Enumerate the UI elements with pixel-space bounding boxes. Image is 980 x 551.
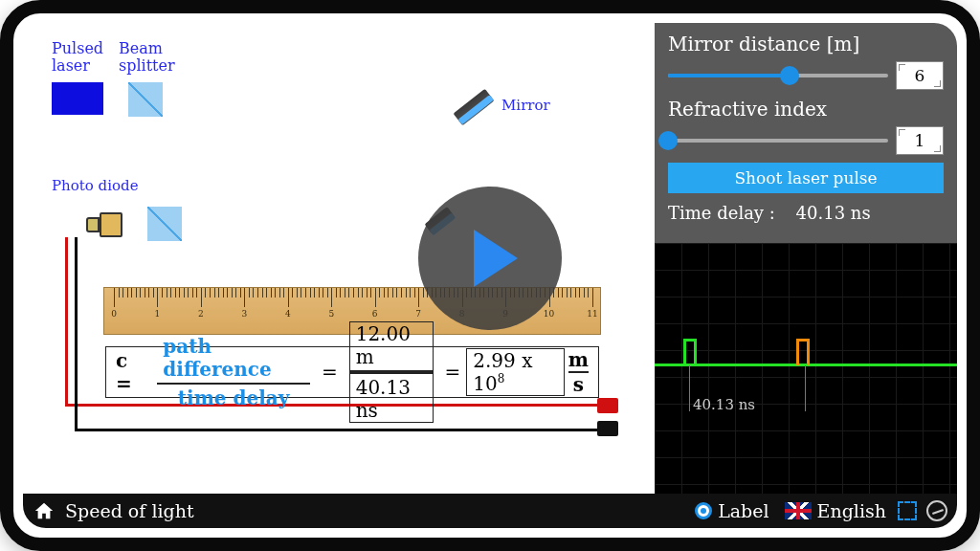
wire-black bbox=[75, 429, 599, 431]
connector-black bbox=[597, 421, 618, 436]
scope-pulse-1 bbox=[683, 339, 697, 365]
play-icon bbox=[474, 230, 518, 287]
stage: Pulsed laser Beam splitter Mirror Photo … bbox=[23, 23, 957, 494]
mirror-label: Mirror bbox=[501, 98, 550, 114]
control-panel: Mirror distance [m] 6 Refractive index 1… bbox=[655, 23, 957, 243]
refractive-index-input[interactable]: 1 bbox=[896, 126, 944, 155]
home-icon bbox=[33, 500, 56, 521]
photodiode-label: Photo diode bbox=[52, 178, 139, 194]
screen: Pulsed laser Beam splitter Mirror Photo … bbox=[23, 23, 957, 528]
fullscreen-button[interactable] bbox=[898, 501, 917, 520]
pulsed-laser-icon bbox=[52, 82, 103, 115]
pulsed-laser-label: Pulsed laser bbox=[52, 40, 103, 74]
wire-red bbox=[65, 237, 68, 406]
mirror-icon[interactable] bbox=[454, 89, 495, 125]
radio-on-icon bbox=[695, 502, 712, 519]
scope-pulse-2 bbox=[796, 339, 810, 365]
play-button[interactable] bbox=[418, 187, 562, 330]
formula-value-bot: 40.13 ns bbox=[349, 373, 434, 423]
formula-time-delay: time delay bbox=[172, 385, 296, 409]
bottom-bar: Speed of light Label English bbox=[23, 494, 957, 528]
beam-splitter-2-icon bbox=[147, 207, 182, 241]
language-selector[interactable]: English bbox=[785, 500, 886, 521]
flag-uk-icon bbox=[785, 502, 812, 519]
wire-black bbox=[75, 237, 78, 430]
refractive-index-label: Refractive index bbox=[668, 98, 944, 121]
photodiode-icon bbox=[86, 209, 124, 241]
label-toggle[interactable]: Label bbox=[695, 500, 768, 521]
connector-red bbox=[597, 398, 618, 413]
mirror-distance-slider[interactable] bbox=[668, 66, 888, 85]
tablet-frame: Pulsed laser Beam splitter Mirror Photo … bbox=[0, 0, 980, 551]
oscilloscope: 40.13 ns bbox=[655, 243, 957, 494]
formula-equals-1: = bbox=[322, 361, 338, 384]
formula-path-difference: path difference bbox=[157, 335, 310, 383]
refractive-index-slider[interactable] bbox=[668, 131, 888, 150]
home-button[interactable] bbox=[33, 500, 56, 521]
shoot-laser-button[interactable]: Shoot laser pulse bbox=[668, 163, 944, 193]
mirror-distance-input[interactable]: 6 bbox=[896, 61, 944, 90]
formula-result: 2.99 x 108 bbox=[466, 348, 565, 396]
formula-equals-2: = bbox=[445, 361, 461, 384]
scope-marker-label: 40.13 ns bbox=[693, 396, 755, 413]
formula-lhs: c = bbox=[116, 349, 145, 395]
mirror-distance-label: Mirror distance [m] bbox=[668, 33, 944, 55]
formula-value-top: 12.00 m bbox=[349, 321, 434, 371]
beam-splitter-label: Beam splitter bbox=[119, 40, 175, 74]
mode-button[interactable] bbox=[926, 500, 947, 521]
formula-units: m s bbox=[568, 348, 589, 396]
beam-splitter-icon bbox=[128, 82, 163, 117]
wire-red bbox=[65, 404, 601, 407]
page-title: Speed of light bbox=[65, 500, 194, 521]
time-delay-readout: Time delay : 40.13 ns bbox=[668, 203, 944, 223]
formula-box: c = path difference time delay = 12.00 m… bbox=[105, 346, 599, 398]
